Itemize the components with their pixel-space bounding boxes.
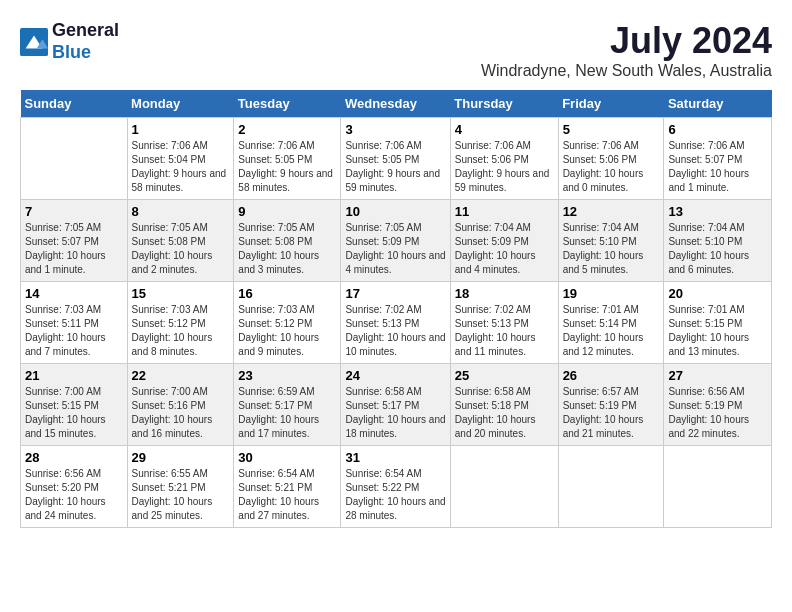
day-cell: 7Sunrise: 7:05 AMSunset: 5:07 PMDaylight… [21, 200, 128, 282]
day-detail: Sunrise: 7:00 AMSunset: 5:15 PMDaylight:… [25, 385, 123, 441]
subtitle: Windradyne, New South Wales, Australia [481, 62, 772, 80]
day-number: 3 [345, 122, 445, 137]
day-number: 21 [25, 368, 123, 383]
day-cell: 26Sunrise: 6:57 AMSunset: 5:19 PMDayligh… [558, 364, 664, 446]
day-number: 10 [345, 204, 445, 219]
week-row-1: 1Sunrise: 7:06 AMSunset: 5:04 PMDaylight… [21, 118, 772, 200]
day-number: 27 [668, 368, 767, 383]
week-row-4: 21Sunrise: 7:00 AMSunset: 5:15 PMDayligh… [21, 364, 772, 446]
day-number: 22 [132, 368, 230, 383]
day-number: 7 [25, 204, 123, 219]
day-detail: Sunrise: 6:57 AMSunset: 5:19 PMDaylight:… [563, 385, 660, 441]
day-number: 30 [238, 450, 336, 465]
week-row-5: 28Sunrise: 6:56 AMSunset: 5:20 PMDayligh… [21, 446, 772, 528]
day-detail: Sunrise: 7:00 AMSunset: 5:16 PMDaylight:… [132, 385, 230, 441]
day-detail: Sunrise: 7:05 AMSunset: 5:08 PMDaylight:… [132, 221, 230, 277]
title-area: July 2024 Windradyne, New South Wales, A… [481, 20, 772, 80]
day-number: 24 [345, 368, 445, 383]
day-number: 26 [563, 368, 660, 383]
week-row-3: 14Sunrise: 7:03 AMSunset: 5:11 PMDayligh… [21, 282, 772, 364]
calendar-table: SundayMondayTuesdayWednesdayThursdayFrid… [20, 90, 772, 528]
day-number: 23 [238, 368, 336, 383]
column-header-friday: Friday [558, 90, 664, 118]
day-detail: Sunrise: 7:04 AMSunset: 5:09 PMDaylight:… [455, 221, 554, 277]
column-header-saturday: Saturday [664, 90, 772, 118]
day-cell: 23Sunrise: 6:59 AMSunset: 5:17 PMDayligh… [234, 364, 341, 446]
day-cell: 30Sunrise: 6:54 AMSunset: 5:21 PMDayligh… [234, 446, 341, 528]
day-cell: 14Sunrise: 7:03 AMSunset: 5:11 PMDayligh… [21, 282, 128, 364]
column-header-wednesday: Wednesday [341, 90, 450, 118]
day-detail: Sunrise: 7:03 AMSunset: 5:11 PMDaylight:… [25, 303, 123, 359]
day-cell: 6Sunrise: 7:06 AMSunset: 5:07 PMDaylight… [664, 118, 772, 200]
day-detail: Sunrise: 7:05 AMSunset: 5:09 PMDaylight:… [345, 221, 445, 277]
header-row: SundayMondayTuesdayWednesdayThursdayFrid… [21, 90, 772, 118]
day-cell: 31Sunrise: 6:54 AMSunset: 5:22 PMDayligh… [341, 446, 450, 528]
day-number: 6 [668, 122, 767, 137]
day-detail: Sunrise: 7:01 AMSunset: 5:15 PMDaylight:… [668, 303, 767, 359]
day-cell [450, 446, 558, 528]
day-detail: Sunrise: 7:06 AMSunset: 5:07 PMDaylight:… [668, 139, 767, 195]
day-detail: Sunrise: 6:54 AMSunset: 5:22 PMDaylight:… [345, 467, 445, 523]
day-detail: Sunrise: 7:06 AMSunset: 5:05 PMDaylight:… [345, 139, 445, 195]
day-cell: 25Sunrise: 6:58 AMSunset: 5:18 PMDayligh… [450, 364, 558, 446]
day-number: 31 [345, 450, 445, 465]
day-cell: 17Sunrise: 7:02 AMSunset: 5:13 PMDayligh… [341, 282, 450, 364]
column-header-sunday: Sunday [21, 90, 128, 118]
day-detail: Sunrise: 7:02 AMSunset: 5:13 PMDaylight:… [345, 303, 445, 359]
day-cell: 13Sunrise: 7:04 AMSunset: 5:10 PMDayligh… [664, 200, 772, 282]
day-detail: Sunrise: 6:56 AMSunset: 5:20 PMDaylight:… [25, 467, 123, 523]
day-cell: 5Sunrise: 7:06 AMSunset: 5:06 PMDaylight… [558, 118, 664, 200]
day-detail: Sunrise: 6:54 AMSunset: 5:21 PMDaylight:… [238, 467, 336, 523]
day-detail: Sunrise: 7:04 AMSunset: 5:10 PMDaylight:… [563, 221, 660, 277]
day-number: 14 [25, 286, 123, 301]
day-cell: 8Sunrise: 7:05 AMSunset: 5:08 PMDaylight… [127, 200, 234, 282]
day-cell: 12Sunrise: 7:04 AMSunset: 5:10 PMDayligh… [558, 200, 664, 282]
day-detail: Sunrise: 7:06 AMSunset: 5:06 PMDaylight:… [563, 139, 660, 195]
main-title: July 2024 [481, 20, 772, 62]
day-number: 16 [238, 286, 336, 301]
day-number: 5 [563, 122, 660, 137]
day-detail: Sunrise: 7:01 AMSunset: 5:14 PMDaylight:… [563, 303, 660, 359]
logo-line1: General [52, 20, 119, 42]
day-cell: 1Sunrise: 7:06 AMSunset: 5:04 PMDaylight… [127, 118, 234, 200]
day-number: 13 [668, 204, 767, 219]
day-cell: 2Sunrise: 7:06 AMSunset: 5:05 PMDaylight… [234, 118, 341, 200]
day-cell: 19Sunrise: 7:01 AMSunset: 5:14 PMDayligh… [558, 282, 664, 364]
day-detail: Sunrise: 6:55 AMSunset: 5:21 PMDaylight:… [132, 467, 230, 523]
day-number: 1 [132, 122, 230, 137]
day-cell: 21Sunrise: 7:00 AMSunset: 5:15 PMDayligh… [21, 364, 128, 446]
day-cell: 16Sunrise: 7:03 AMSunset: 5:12 PMDayligh… [234, 282, 341, 364]
day-cell: 3Sunrise: 7:06 AMSunset: 5:05 PMDaylight… [341, 118, 450, 200]
day-number: 19 [563, 286, 660, 301]
column-header-thursday: Thursday [450, 90, 558, 118]
day-number: 2 [238, 122, 336, 137]
day-number: 4 [455, 122, 554, 137]
column-header-monday: Monday [127, 90, 234, 118]
day-cell: 18Sunrise: 7:02 AMSunset: 5:13 PMDayligh… [450, 282, 558, 364]
day-detail: Sunrise: 7:06 AMSunset: 5:06 PMDaylight:… [455, 139, 554, 195]
day-detail: Sunrise: 6:58 AMSunset: 5:17 PMDaylight:… [345, 385, 445, 441]
day-number: 28 [25, 450, 123, 465]
day-number: 17 [345, 286, 445, 301]
day-cell: 29Sunrise: 6:55 AMSunset: 5:21 PMDayligh… [127, 446, 234, 528]
day-number: 11 [455, 204, 554, 219]
day-detail: Sunrise: 7:06 AMSunset: 5:04 PMDaylight:… [132, 139, 230, 195]
day-detail: Sunrise: 7:05 AMSunset: 5:07 PMDaylight:… [25, 221, 123, 277]
day-cell: 9Sunrise: 7:05 AMSunset: 5:08 PMDaylight… [234, 200, 341, 282]
logo-line2: Blue [52, 42, 119, 64]
day-number: 9 [238, 204, 336, 219]
header: General Blue July 2024 Windradyne, New S… [20, 20, 772, 80]
day-detail: Sunrise: 6:58 AMSunset: 5:18 PMDaylight:… [455, 385, 554, 441]
logo: General Blue [20, 20, 119, 63]
week-row-2: 7Sunrise: 7:05 AMSunset: 5:07 PMDaylight… [21, 200, 772, 282]
day-detail: Sunrise: 6:56 AMSunset: 5:19 PMDaylight:… [668, 385, 767, 441]
day-cell: 20Sunrise: 7:01 AMSunset: 5:15 PMDayligh… [664, 282, 772, 364]
logo-icon [20, 28, 48, 56]
day-detail: Sunrise: 7:05 AMSunset: 5:08 PMDaylight:… [238, 221, 336, 277]
day-cell: 11Sunrise: 7:04 AMSunset: 5:09 PMDayligh… [450, 200, 558, 282]
day-detail: Sunrise: 7:02 AMSunset: 5:13 PMDaylight:… [455, 303, 554, 359]
day-cell: 10Sunrise: 7:05 AMSunset: 5:09 PMDayligh… [341, 200, 450, 282]
day-detail: Sunrise: 7:03 AMSunset: 5:12 PMDaylight:… [238, 303, 336, 359]
day-number: 8 [132, 204, 230, 219]
day-cell: 4Sunrise: 7:06 AMSunset: 5:06 PMDaylight… [450, 118, 558, 200]
